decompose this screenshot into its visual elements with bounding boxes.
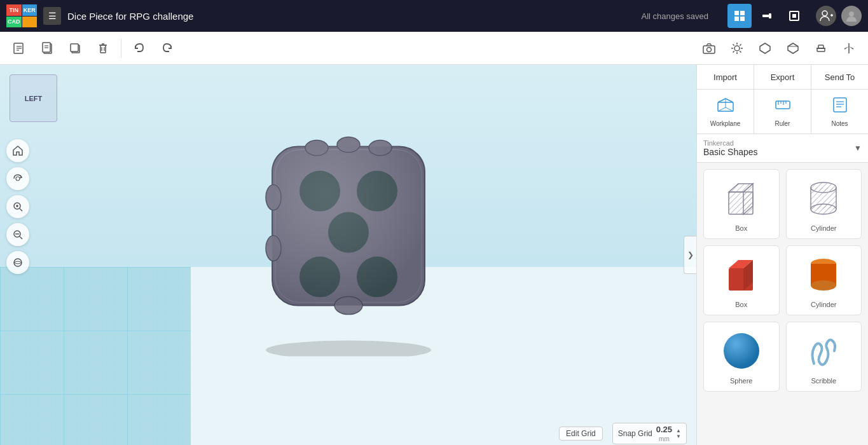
svg-rect-43	[817, 48, 825, 51]
panel-tools: Workplane Ruler	[697, 90, 868, 134]
zoom-in-button[interactable]	[6, 195, 29, 218]
svg-rect-22	[100, 45, 106, 53]
shape-cylinder-wire-label: Cylinder	[811, 224, 836, 232]
svg-marker-39	[788, 43, 798, 53]
selector-arrow-icon[interactable]: ▼	[854, 144, 862, 153]
project-icon: ☰	[43, 7, 61, 25]
mirror-button[interactable]	[836, 36, 862, 61]
ruler-tool[interactable]: Ruler	[754, 90, 811, 134]
toolbar	[0, 32, 868, 65]
svg-rect-2	[734, 17, 739, 21]
view-cube[interactable]: LEFT	[10, 74, 57, 122]
svg-line-35	[740, 51, 741, 52]
shape-sphere[interactable]: Sphere	[703, 322, 780, 392]
selector-value[interactable]: Basic Shapes	[703, 147, 849, 157]
svg-point-105	[811, 280, 836, 291]
notes-tool[interactable]: Notes	[811, 90, 868, 134]
shape-cylinder-solid[interactable]: Cylinder	[786, 245, 862, 315]
svg-line-55	[20, 209, 22, 211]
nav-icons	[727, 4, 806, 28]
svg-point-51	[16, 177, 20, 181]
svg-rect-4	[762, 15, 769, 17]
svg-rect-86	[834, 98, 846, 112]
undo-button[interactable]	[127, 36, 152, 61]
send-to-button[interactable]: Send To	[811, 65, 868, 89]
shape-scribble-preview	[801, 329, 846, 373]
new-button[interactable]	[6, 36, 32, 61]
svg-line-77	[726, 99, 733, 102]
collapse-icon: ❯	[687, 250, 694, 259]
collapse-panel-button[interactable]: ❯	[684, 236, 696, 274]
shape-box-solid[interactable]: Box	[703, 245, 780, 315]
view-cube-label[interactable]: LEFT	[10, 74, 57, 122]
shape-box-wire-preview	[719, 176, 764, 221]
ruler-icon	[774, 96, 792, 118]
dice-model	[234, 115, 463, 357]
rotate-button[interactable]	[6, 167, 29, 190]
snap-value: 0.25	[656, 425, 672, 434]
panel-top-buttons: Import Export Send To	[697, 65, 868, 90]
avatar[interactable]	[841, 6, 862, 26]
workplane-label: Workplane	[710, 120, 741, 127]
shape-selector: Tinkercad Basic Shapes ▼	[697, 134, 868, 163]
svg-point-11	[849, 11, 854, 17]
svg-marker-38	[760, 43, 770, 53]
workplane-tool[interactable]: Workplane	[697, 90, 754, 134]
redo-button[interactable]	[155, 36, 180, 61]
align-button[interactable]	[808, 36, 834, 61]
shape-cylinder-solid-preview	[801, 252, 846, 297]
ruler-label: Ruler	[775, 120, 790, 127]
svg-rect-74	[272, 147, 425, 306]
shape-scribble[interactable]: Scribble	[786, 322, 862, 392]
grid-view-btn[interactable]	[727, 4, 752, 28]
box-view-btn[interactable]	[782, 4, 806, 28]
viewport[interactable]: LEFT	[0, 65, 696, 445]
import-button[interactable]: Import	[697, 65, 754, 89]
add-user-button[interactable]	[816, 6, 836, 26]
perspective-button[interactable]	[6, 251, 29, 274]
svg-marker-45	[844, 46, 849, 50]
svg-line-78	[718, 107, 726, 111]
shape-cylinder-wire[interactable]: Cylinder	[786, 169, 862, 239]
svg-point-97	[811, 204, 836, 214]
left-sidebar	[0, 130, 35, 445]
zoom-out-button[interactable]	[6, 223, 29, 246]
svg-line-36	[740, 44, 741, 45]
shape-cylinder-solid-label: Cylinder	[811, 301, 836, 308]
status-bar: Edit Grid Snap Grid 0.25 mm ▲ ▼	[0, 422, 696, 445]
project-title: Dice Piece for RPG challenge	[67, 11, 635, 22]
shape-tool-1[interactable]	[752, 36, 778, 61]
snap-grid-area: Snap Grid 0.25 mm ▲ ▼	[612, 423, 687, 444]
shape-scribble-label: Scribble	[811, 377, 836, 385]
duplicate-button[interactable]	[62, 36, 88, 61]
snap-arrows[interactable]: ▲ ▼	[676, 428, 681, 439]
shapes-grid: Box	[697, 163, 868, 445]
shape-tool-2[interactable]	[780, 36, 806, 61]
topbar: TIN KER CAD ☰ Dice Piece for RPG challen…	[0, 0, 868, 32]
edit-grid-button[interactable]: Edit Grid	[559, 427, 603, 441]
delete-button[interactable]	[90, 36, 116, 61]
logo-cad: CAD	[6, 17, 22, 28]
logo-tin: TIN	[6, 4, 22, 16]
home-view-button[interactable]	[6, 139, 29, 162]
clipboard-button[interactable]	[34, 36, 60, 61]
svg-point-29	[734, 46, 740, 51]
shape-sphere-label: Sphere	[730, 377, 752, 385]
light-button[interactable]	[724, 36, 750, 61]
camera-button[interactable]	[696, 36, 722, 61]
svg-line-58	[20, 236, 22, 239]
notes-label: Notes	[831, 120, 848, 127]
shape-box-wire-label: Box	[735, 224, 747, 232]
export-button[interactable]: Export	[754, 65, 811, 89]
hammer-view-btn[interactable]	[755, 4, 779, 28]
shape-sphere-preview	[719, 329, 764, 373]
workplane-icon	[717, 96, 734, 118]
svg-line-76	[718, 99, 726, 102]
svg-rect-7	[792, 14, 796, 18]
svg-line-79	[726, 107, 733, 111]
tinkercad-logo[interactable]: TIN KER CAD	[6, 4, 37, 27]
svg-point-8	[822, 11, 827, 16]
svg-rect-1	[740, 11, 745, 15]
right-panel: Import Export Send To Workplane	[696, 65, 868, 445]
shape-box-wire[interactable]: Box	[703, 169, 780, 239]
